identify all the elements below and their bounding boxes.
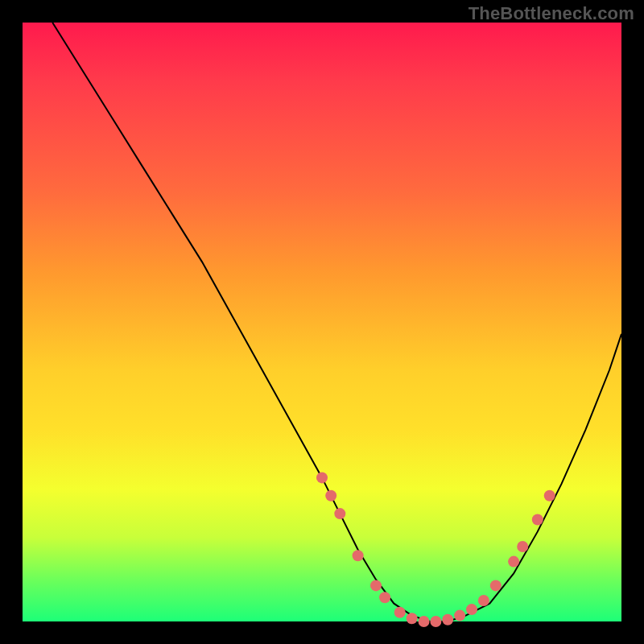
marker-dot <box>508 556 519 568</box>
outer-frame: TheBottleneck.com <box>0 0 644 644</box>
marker-dot <box>478 595 489 606</box>
marker-dot <box>419 616 430 627</box>
marker-dot <box>430 616 441 627</box>
marker-dot <box>370 580 382 591</box>
watermark-text: TheBottleneck.com <box>469 3 634 24</box>
marker-dot <box>379 592 390 603</box>
bottleneck-curve <box>52 23 621 621</box>
marker-dot <box>490 580 502 591</box>
curve-svg <box>23 23 621 621</box>
marker-dot <box>316 472 328 483</box>
marker-dot <box>517 541 528 552</box>
marker-dot <box>544 490 555 502</box>
marker-dot <box>325 490 336 502</box>
marker-dot <box>407 613 418 624</box>
marker-dot <box>394 607 406 618</box>
marker-group <box>316 472 555 627</box>
marker-dot <box>466 604 477 615</box>
plot-area <box>23 23 621 621</box>
marker-dot <box>442 614 453 625</box>
marker-dot <box>454 610 465 621</box>
marker-dot <box>532 514 543 526</box>
marker-dot <box>334 508 345 519</box>
marker-dot <box>353 550 364 561</box>
